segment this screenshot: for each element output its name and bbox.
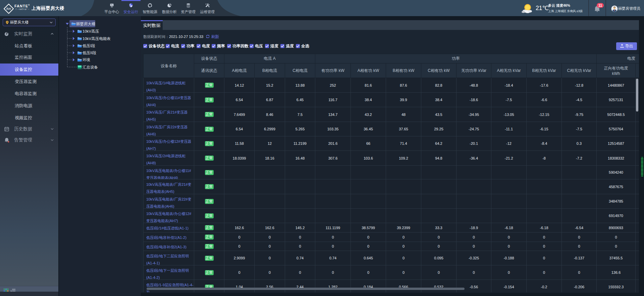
- svg-text:风特: 风特: [6, 7, 11, 10]
